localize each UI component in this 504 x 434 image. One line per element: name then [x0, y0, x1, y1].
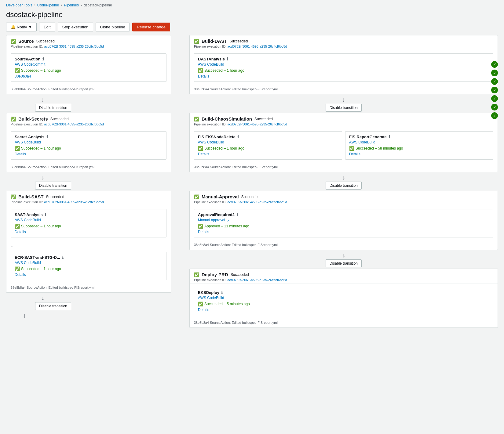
action-fis-report-provider[interactable]: AWS CodeBuild — [349, 140, 489, 144]
edit-button[interactable]: Edit — [39, 23, 55, 31]
action-approval-info-icon[interactable]: ℹ — [236, 212, 238, 217]
stage-build-secrets-exec-link[interactable]: acd0762f-3061-4595-a235-26cffcf6bc5d — [44, 122, 104, 126]
action-dast-analysis: DASTAnalysis ℹ AWS CodeBuild ✅ Succeeded… — [194, 53, 493, 82]
action-ecr-sast-status: ✅ Succeeded – 1 hour ago — [15, 266, 163, 271]
action-fis-eks-details[interactable]: Details — [198, 152, 209, 156]
breadcrumb-current: dsostack-pipeline — [84, 3, 112, 7]
notify-button[interactable]: 🔔 Notify ▼ — [6, 23, 37, 31]
action-fis-eks-provider[interactable]: AWS CodeBuild — [198, 140, 338, 144]
action-fis-report-status: ✅ Succeeded – 58 minutes ago — [349, 146, 489, 151]
action-fis-report-info-icon[interactable]: ℹ — [389, 135, 390, 139]
stage-build-secrets-header: ✅ Build-Secrets Succeeded Pipeline execu… — [6, 113, 171, 128]
stage-deploy-prd-success-icon: ✅ — [194, 272, 199, 277]
action-dast-analysis-details[interactable]: Details — [198, 74, 209, 78]
action-dast-analysis-info-icon[interactable]: ℹ — [227, 57, 228, 61]
arrow-down-r3: ↓ — [189, 252, 498, 259]
release-change-button[interactable]: Release change — [132, 23, 170, 31]
action-secret-analysis-provider[interactable]: AWS CodeBuild — [15, 140, 163, 144]
stage-build-sast-exec-link[interactable]: acd0762f-3061-4595-a235-26cffcf6bc5d — [44, 200, 104, 204]
clone-pipeline-button[interactable]: Clone pipeline — [96, 23, 130, 31]
disable-transition-r3-button[interactable]: Disable transition — [326, 259, 362, 267]
stage-build-dast-exec-link[interactable]: acd0762f-3061-4595-a235-26cffcf6bc5d — [227, 45, 287, 48]
stage-build-sast-success-icon: ✅ — [11, 194, 16, 199]
action-sast-analysis-info-icon[interactable]: ℹ — [45, 212, 46, 217]
action-sast-analysis-provider[interactable]: AWS CodeBuild — [15, 218, 163, 222]
arrow-down-r2: ↓ — [189, 174, 498, 181]
stage-build-chaos-footer: 38e8b8a4 SourceAction: Edited buildspec-… — [190, 163, 498, 172]
action-ecr-sast-status-icon: ✅ — [15, 266, 20, 271]
action-sast-analysis-details[interactable]: Details — [15, 230, 26, 234]
breadcrumb-codepipeline[interactable]: CodePipeline — [37, 3, 59, 7]
action-eks-deploy-info-icon[interactable]: ℹ — [221, 290, 223, 295]
stage-manual-approval-header: ✅ Manual-Approval Succeeded Pipeline exe… — [190, 191, 498, 206]
action-eks-deploy-details[interactable]: Details — [198, 308, 209, 312]
action-approval-status-icon: ✅ — [198, 224, 203, 229]
action-sourceaction-commit[interactable]: 30e0b0a4 — [15, 74, 31, 78]
action-secret-analysis: Secret-Analysis ℹ AWS CodeBuild ✅ Succee… — [11, 131, 166, 160]
action-secret-analysis-details[interactable]: Details — [15, 152, 26, 156]
stage-build-sast-footer: 38e8b8a4 SourceAction: Edited buildspec-… — [6, 283, 171, 292]
disable-transition-r1-button[interactable]: Disable transition — [326, 104, 362, 112]
stage-deploy-prd-exec-link[interactable]: acd0762f-3061-4595-a235-26cffcf6bc5d — [227, 278, 287, 282]
sidebar-check-7: ✓ — [491, 112, 498, 119]
chevron-down-icon: ▼ — [28, 25, 32, 29]
stage-build-chaos-name: Build-ChaosSimulation — [202, 116, 252, 121]
action-eks-deploy-status: ✅ Succeeded – 5 minutes ago — [198, 302, 489, 306]
action-secret-analysis-status-icon: ✅ — [15, 146, 20, 151]
stage-build-chaos-exec-id: Pipeline execution ID: acd0762f-3061-459… — [194, 122, 493, 126]
stage-build-secrets-status: Succeeded — [50, 117, 69, 121]
action-secret-analysis-info-icon[interactable]: ℹ — [46, 135, 48, 139]
action-ecr-sast-name: ECR-SAST-and-STG-D... ℹ — [15, 255, 163, 260]
action-sourceaction: SourceAction ℹ AWS CodeCommit ✅ Succeede… — [11, 53, 166, 82]
stage-manual-approval-exec-link[interactable]: acd0762f-3061-4595-a235-26cffcf6bc5d — [227, 200, 287, 204]
stop-execution-button[interactable]: Stop execution — [58, 23, 93, 31]
transition-1: ↓ Disable transition — [6, 94, 171, 113]
transition-r1: ↓ Disable transition — [189, 94, 498, 113]
action-dast-analysis-provider[interactable]: AWS CodeBuild — [198, 62, 489, 67]
action-ecr-sast-info-icon[interactable]: ℹ — [62, 255, 64, 260]
page-title: dsostack-pipeline — [6, 10, 498, 19]
right-column: ✅ Build-DAST Succeeded Pipeline executio… — [189, 35, 498, 328]
action-ecr-sast-details[interactable]: Details — [15, 273, 26, 277]
action-ecr-sast-provider[interactable]: AWS CodeBuild — [15, 261, 163, 265]
action-dast-analysis-name: DASTAnalysis ℹ — [198, 57, 489, 61]
action-sourceaction-provider[interactable]: AWS CodeCommit — [15, 62, 163, 67]
action-ecr-sast: ECR-SAST-and-STG-D... ℹ AWS CodeBuild ✅ … — [11, 252, 166, 280]
action-approval-required: ApprovalRequired2 ℹ Manual approval ↗ ✅ … — [194, 209, 493, 237]
action-fis-eks: FIS-EKSNodeDelete ℹ AWS CodeBuild ✅ Succ… — [194, 131, 342, 160]
bell-icon: 🔔 — [11, 25, 16, 29]
pipeline-layout: ✅ Source Succeeded Pipeline execution ID… — [0, 35, 504, 334]
action-eks-deploy-name: EKSDeploy ℹ — [198, 290, 489, 295]
breadcrumb-pipelines[interactable]: Pipelines — [64, 3, 79, 7]
action-eks-deploy-provider[interactable]: AWS CodeBuild — [198, 296, 489, 300]
disable-transition-1-button[interactable]: Disable transition — [35, 104, 71, 112]
stage-build-sast-name: Build-SAST — [18, 194, 44, 199]
action-dast-status-icon: ✅ — [198, 68, 203, 73]
action-sourceaction-info-icon[interactable]: ℹ — [42, 57, 44, 61]
transition-3: ↓ Disable transition — [6, 293, 171, 311]
arrow-down-4: ↓ — [6, 312, 171, 319]
stage-manual-approval-exec-id: Pipeline execution ID: acd0762f-3061-459… — [194, 200, 493, 204]
action-sast-analysis: SAST-Analysis ℹ AWS CodeBuild ✅ Succeede… — [11, 209, 166, 237]
transition-r3: ↓ Disable transition — [189, 250, 498, 269]
stage-manual-approval-success-icon: ✅ — [194, 194, 199, 199]
disable-transition-2-button[interactable]: Disable transition — [35, 182, 71, 190]
action-approval-provider[interactable]: Manual approval — [198, 218, 225, 222]
stage-build-dast-name: Build-DAST — [202, 38, 227, 44]
disable-transition-3-button[interactable]: Disable transition — [35, 302, 71, 310]
disable-transition-r2-button[interactable]: Disable transition — [326, 182, 362, 190]
action-approval-details[interactable]: Details — [198, 230, 209, 234]
stage-source-exec-link[interactable]: acd0762f-3061-4595-a235-26cffcf6bc5d — [44, 45, 104, 48]
action-fis-report-details[interactable]: Details — [349, 152, 360, 156]
sidebar-check-2: ✓ — [491, 70, 498, 76]
stage-build-dast-exec-id: Pipeline execution ID: acd0762f-3061-459… — [194, 45, 493, 48]
stage-source-header: ✅ Source Succeeded Pipeline execution ID… — [6, 35, 171, 50]
action-row-chaos: FIS-EKSNodeDelete ℹ AWS CodeBuild ✅ Succ… — [194, 131, 493, 160]
stage-build-chaos: ✅ Build-ChaosSimulation Succeeded Pipeli… — [189, 113, 498, 172]
stage-build-dast-footer: 38e8b8a4 SourceAction: Edited buildspec-… — [190, 85, 498, 94]
action-fis-eks-info-icon[interactable]: ℹ — [237, 135, 239, 139]
stage-build-dast: ✅ Build-DAST Succeeded Pipeline executio… — [189, 35, 498, 94]
stage-build-chaos-exec-link[interactable]: acd0762f-3061-4595-a235-26cffcf6bc5d — [227, 122, 287, 126]
inner-arrow-down: ↓ — [11, 242, 13, 249]
breadcrumb-developer-tools[interactable]: Developer Tools — [6, 3, 32, 7]
